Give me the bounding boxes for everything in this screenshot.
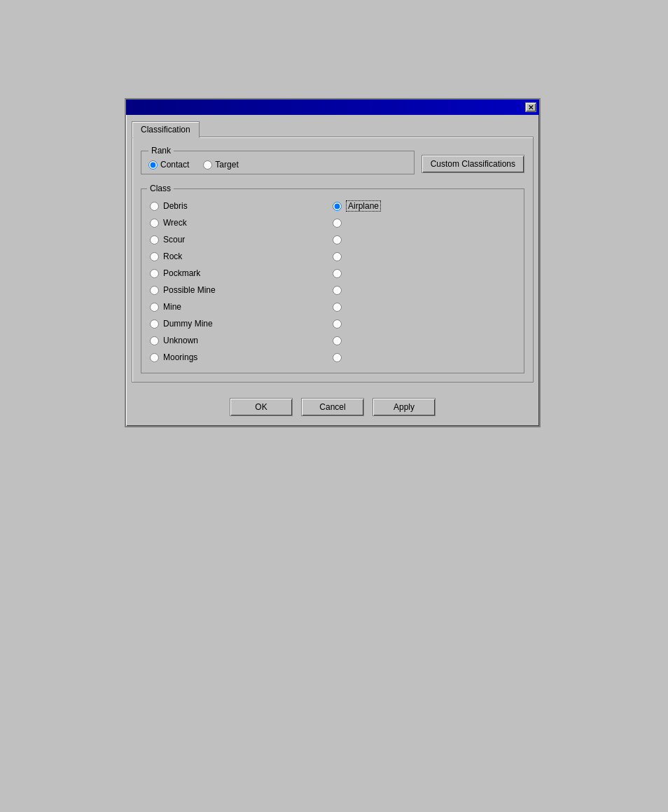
list-item: Scour: [150, 233, 333, 247]
list-item: Debris: [150, 199, 333, 213]
class-r3-radio[interactable]: [333, 235, 342, 245]
list-item: Mine: [150, 300, 333, 314]
rank-row-container: Rank Contact Target: [141, 146, 524, 181]
list-item: [333, 300, 515, 314]
close-button[interactable]: ✕: [525, 102, 536, 112]
class-wreck-label[interactable]: Wreck: [163, 218, 187, 228]
title-bar: ✕: [126, 99, 539, 115]
rank-group: Rank Contact Target: [141, 146, 415, 174]
list-item: [333, 233, 515, 247]
list-item: Moorings: [150, 350, 333, 364]
button-row: OK Cancel Apply: [132, 392, 534, 420]
list-item: [333, 317, 515, 331]
class-r4-radio[interactable]: [333, 252, 342, 261]
class-rock-label[interactable]: Rock: [163, 252, 182, 261]
class-legend: Class: [147, 184, 174, 193]
class-pockmark-radio[interactable]: [150, 269, 159, 278]
class-dummy-mine-label[interactable]: Dummy Mine: [163, 319, 213, 329]
class-rock-radio[interactable]: [150, 252, 159, 261]
class-airplane-radio[interactable]: [333, 202, 342, 211]
rank-target-label[interactable]: Target: [203, 160, 238, 170]
class-scour-radio[interactable]: [150, 235, 159, 245]
list-item: Unknown: [150, 333, 333, 347]
class-unknown-radio[interactable]: [150, 336, 159, 345]
class-airplane-label[interactable]: Airplane: [346, 201, 381, 211]
class-group: Class Debris Wreck: [141, 188, 524, 373]
class-dummy-mine-radio[interactable]: [150, 319, 159, 329]
list-item: Possible Mine: [150, 283, 333, 297]
class-r6-radio[interactable]: [333, 286, 342, 295]
custom-classifications-button[interactable]: Custom Classifications: [422, 155, 524, 173]
cancel-button[interactable]: Cancel: [301, 398, 364, 416]
class-r5-radio[interactable]: [333, 269, 342, 278]
list-item: [333, 350, 515, 364]
tab-content: Rank Contact Target: [132, 137, 534, 383]
list-item: [333, 283, 515, 297]
class-pockmark-label[interactable]: Pockmark: [163, 268, 200, 278]
class-left-column: Debris Wreck Scour: [150, 199, 333, 364]
list-item: Dummy Mine: [150, 317, 333, 331]
list-item: Wreck: [150, 216, 333, 230]
tab-bar: Classification: [132, 121, 534, 137]
class-debris-label[interactable]: Debris: [163, 201, 188, 211]
rank-target-text: Target: [215, 160, 238, 170]
class-wreck-radio[interactable]: [150, 219, 159, 228]
apply-button[interactable]: Apply: [373, 398, 436, 416]
class-right-column: Airplane: [333, 199, 515, 364]
ok-button[interactable]: OK: [230, 398, 293, 416]
class-debris-radio[interactable]: [150, 202, 159, 211]
class-mine-radio[interactable]: [150, 303, 159, 312]
list-item: Pockmark: [150, 266, 333, 280]
class-r2-radio[interactable]: [333, 219, 342, 228]
list-item: [333, 249, 515, 263]
class-scour-label[interactable]: Scour: [163, 235, 185, 245]
rank-target-radio[interactable]: [203, 160, 212, 170]
class-r10-radio[interactable]: [333, 353, 342, 362]
class-possible-mine-label[interactable]: Possible Mine: [163, 285, 216, 295]
tab-classification[interactable]: Classification: [132, 121, 200, 138]
list-item: [333, 333, 515, 347]
list-item: Rock: [150, 249, 333, 263]
rank-legend: Rank: [148, 146, 174, 156]
dialog: ✕ Classification Rank Contact: [125, 98, 541, 427]
rank-contact-radio[interactable]: [148, 160, 158, 170]
class-columns: Debris Wreck Scour: [150, 199, 515, 364]
list-item: [333, 266, 515, 280]
class-moorings-radio[interactable]: [150, 353, 159, 362]
class-mine-label[interactable]: Mine: [163, 302, 181, 312]
rank-contact-label[interactable]: Contact: [148, 160, 189, 170]
list-item: Airplane: [333, 199, 515, 213]
list-item: [333, 216, 515, 230]
rank-contact-text: Contact: [160, 160, 189, 170]
class-possible-mine-radio[interactable]: [150, 286, 159, 295]
class-r9-radio[interactable]: [333, 336, 342, 345]
class-unknown-label[interactable]: Unknown: [163, 336, 198, 345]
class-moorings-label[interactable]: Moorings: [163, 352, 197, 362]
class-r8-radio[interactable]: [333, 319, 342, 329]
class-r7-radio[interactable]: [333, 303, 342, 312]
